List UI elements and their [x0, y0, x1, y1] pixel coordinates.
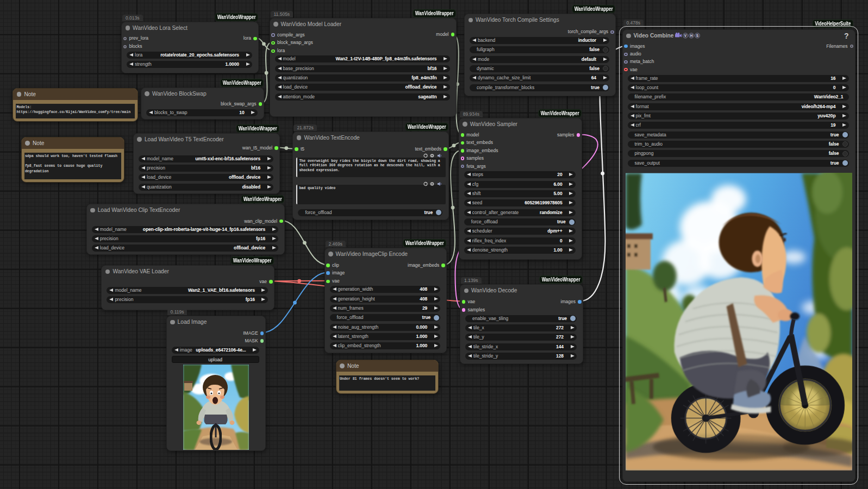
svg-text:H: H — [690, 34, 693, 37]
svg-text:S: S — [696, 34, 699, 37]
svg-text:V: V — [684, 34, 687, 37]
